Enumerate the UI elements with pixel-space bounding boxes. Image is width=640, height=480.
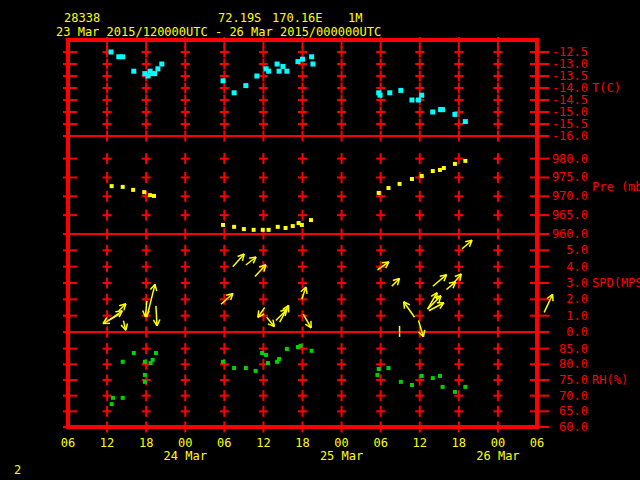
relative_humidity-point: [121, 396, 125, 400]
relative_humidity-tick-label: 65.0: [540, 405, 588, 417]
relative_humidity-point: [111, 396, 115, 400]
relative_humidity-tick-label: 85.0: [540, 343, 588, 355]
date-label: 26 Mar: [476, 450, 519, 462]
temperature-point: [146, 74, 151, 79]
temperature-point: [120, 54, 125, 59]
temperature-point: [159, 62, 164, 67]
pressure-point: [431, 169, 435, 173]
pressure-point: [438, 168, 442, 172]
relative_humidity-point: [377, 367, 381, 371]
time-range: 23 Mar 2015/120000UTC - 26 Mar 2015/0000…: [56, 26, 381, 38]
temperature-point: [419, 93, 424, 98]
station-longitude: 170.16E: [272, 12, 323, 24]
temperature-point: [398, 88, 403, 93]
pressure-unit-label: Pre (mb): [592, 181, 640, 193]
temperature-point: [280, 64, 285, 69]
relative_humidity-point: [299, 344, 303, 348]
temperature-point: [108, 50, 113, 55]
pressure-point: [131, 188, 135, 192]
wind_speed-tick-label: 5.0: [540, 244, 588, 256]
pressure-point: [309, 218, 313, 222]
temperature-point: [409, 98, 414, 103]
temperature-tick-label: -16.0: [540, 130, 588, 142]
pressure-point: [121, 185, 125, 189]
pressure-point: [377, 191, 381, 195]
relative_humidity-point: [143, 373, 147, 377]
wind-arrow-shaft: [156, 306, 157, 326]
pressure-tick-label: 975.0: [540, 171, 588, 183]
pressure-point: [284, 226, 288, 230]
date-label: 24 Mar: [164, 450, 207, 462]
temperature-point: [440, 107, 445, 112]
hour-tick-label: 06: [217, 437, 231, 449]
relative_humidity-point: [110, 402, 114, 406]
relative_humidity-point: [121, 360, 125, 364]
temperature-point: [416, 98, 421, 103]
temperature-point: [310, 62, 315, 67]
pressure-point: [420, 174, 424, 178]
temperature-point: [152, 71, 157, 76]
relative_humidity-point: [463, 385, 467, 389]
pressure-point: [148, 193, 152, 197]
pressure-point: [267, 228, 271, 232]
pressure-point: [232, 225, 236, 229]
relative_humidity-point: [285, 347, 289, 351]
wind_speed-tick-label: 3.0: [540, 277, 588, 289]
relative_humidity-point: [154, 351, 158, 355]
relative_humidity-point: [375, 373, 379, 377]
relative_humidity-point: [143, 360, 147, 364]
relative_humidity-point: [399, 380, 403, 384]
relative_humidity-point: [254, 369, 258, 373]
relative_humidity-point: [232, 366, 236, 370]
temperature-point: [387, 90, 392, 95]
hour-tick-label: 18: [295, 437, 309, 449]
wind_speed-tick-label: 0.0: [540, 326, 588, 338]
hour-tick-label: 00: [334, 437, 348, 449]
pressure-point: [221, 223, 225, 227]
relative_humidity-point: [410, 383, 414, 387]
relative_humidity-tick-label: 80.0: [540, 358, 588, 370]
pressure-point: [453, 162, 457, 166]
temperature-point: [284, 69, 289, 74]
relative_humidity-point: [132, 351, 136, 355]
temperature-point: [232, 90, 237, 95]
temperature-point: [275, 62, 280, 67]
pressure-point: [152, 194, 156, 198]
temperature-unit-label: T(C): [592, 82, 621, 94]
hour-tick-label: 06: [530, 437, 544, 449]
station-level: 1M: [348, 12, 362, 24]
temperature-point: [221, 78, 226, 83]
temperature-point: [463, 119, 468, 124]
temperature-point: [277, 69, 282, 74]
pressure-point: [410, 177, 414, 181]
relative_humidity-point: [266, 361, 270, 365]
wind-arrow-head: [404, 302, 405, 309]
temperature-point: [300, 57, 305, 62]
relative_humidity-point: [438, 374, 442, 378]
hour-tick-label: 18: [452, 437, 466, 449]
temperature-point: [254, 74, 259, 79]
temperature-point: [155, 66, 160, 71]
hour-tick-label: 12: [100, 437, 114, 449]
pressure-tick-label: 960.0: [540, 228, 588, 240]
hour-tick-label: 06: [61, 437, 75, 449]
pressure-point: [276, 225, 280, 229]
pressure-tick-label: 980.0: [540, 153, 588, 165]
temperature-point: [378, 93, 383, 98]
relative_humidity-point: [151, 358, 155, 362]
wind_speed-tick-label: 1.0: [540, 310, 588, 322]
wind-arrow-head: [382, 262, 389, 263]
pressure-tick-label: 965.0: [540, 209, 588, 221]
relative_humidity-point: [420, 374, 424, 378]
temperature-point: [243, 83, 248, 88]
temperature-point: [309, 54, 314, 59]
relative_humidity-point: [143, 380, 147, 384]
pressure-point: [300, 223, 304, 227]
hour-tick-label: 00: [178, 437, 192, 449]
temperature-point: [295, 59, 300, 64]
pressure-point: [252, 228, 256, 232]
wind-arrow-head: [423, 330, 424, 337]
relative_humidity-tick-label: 70.0: [540, 390, 588, 402]
hour-tick-label: 18: [139, 437, 153, 449]
wind-arrow-head: [306, 287, 307, 294]
